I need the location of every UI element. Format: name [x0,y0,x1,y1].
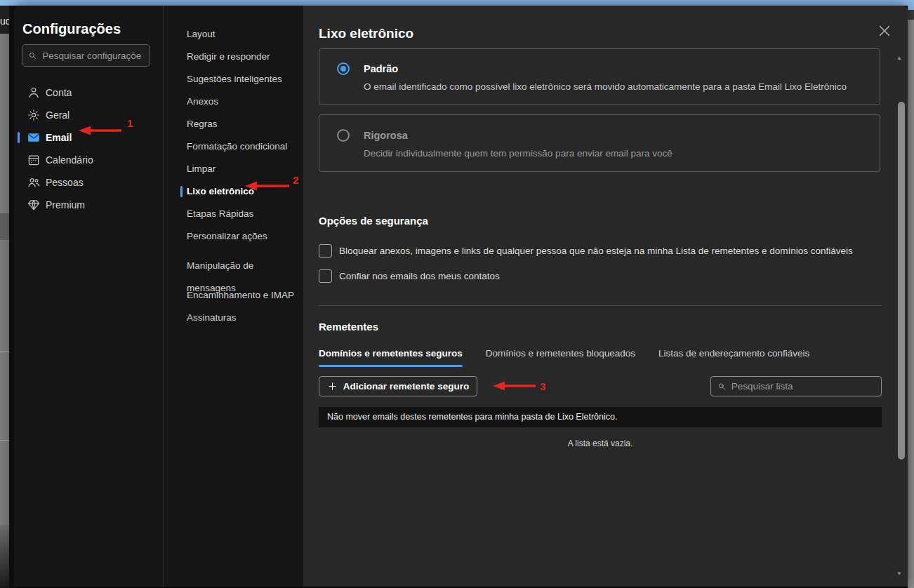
settings-category-list: Conta Geral Email [14,81,163,216]
subnav-item-sugestoes[interactable]: Sugestões inteligentes [164,68,304,91]
add-safe-sender-button[interactable]: Adicionar remetente seguro [319,376,477,396]
senders-note-banner: Não mover emails destes remetentes para … [319,407,882,427]
selected-indicator [18,132,20,143]
panel-scroll-down-icon[interactable]: ▼ [896,570,902,577]
annotation-arrow-2 [244,180,291,192]
checkbox-block-attachments[interactable] [319,244,332,258]
sidebar-item-geral[interactable]: Geral [14,104,163,126]
section-divider [319,305,882,306]
add-button-label: Adicionar remetente seguro [343,381,469,392]
background-clipped-text: ud [0,15,10,29]
panel-title: Lixo eletrônico [319,25,413,42]
subnav-item-layout[interactable]: Layout [164,23,304,46]
radio-rigorosa[interactable] [337,129,350,142]
annotation-arrow-3 [492,380,537,392]
subnav-item-anexos[interactable]: Anexos [164,91,304,113]
junk-email-panel: Lixo eletrônico Padrão O email identific… [303,6,908,587]
option-description: O email identificado como possível lixo … [364,81,847,92]
sidebar-item-label: Pessoas [46,177,84,188]
email-subnav-list: Layout Redigir e responder Sugestões int… [164,23,304,329]
sidebar-item-calendario[interactable]: Calendário [14,149,163,171]
sidebar-item-conta[interactable]: Conta [14,81,163,104]
tab-blocked-senders[interactable]: Domínios e remetentes bloqueados [486,348,635,367]
plus-icon [327,381,338,392]
option-name: Rigorosa [364,130,408,141]
subnav-item-personalizar[interactable]: Personalizar ações [164,225,304,248]
panel-scrollbar-thumb[interactable] [898,102,905,460]
close-icon [877,23,892,39]
background-row-divider [0,440,9,441]
subnav-item-assinaturas[interactable]: Assinaturas [164,307,304,329]
diamond-icon [27,198,41,212]
tab-trusted-lists[interactable]: Listas de endereçamento confiáveis [658,348,809,367]
sidebar-item-label: Calendário [46,154,93,166]
settings-search-box[interactable] [22,44,150,67]
senders-heading: Remetentes [319,321,378,333]
annotation-number-1: 1 [127,117,133,129]
empty-list-text: A lista está vazia. [319,439,882,448]
envelope-icon [27,131,41,145]
list-search-box[interactable] [710,376,882,396]
background-message-row [0,213,9,240]
list-search-input[interactable] [731,381,875,392]
settings-sidebar: Configurações Conta [14,6,163,587]
subnav-item-manipulacao[interactable]: Manipulação de mensagens [164,255,304,277]
option-card-rigorosa[interactable]: Rigorosa Decidir individualmente quem te… [319,114,880,172]
checkbox-row-trust-contacts: Confiar nos emails dos meus contatos [319,269,500,283]
backdrop-dim [9,6,14,588]
email-subnav: Layout Redigir e responder Sugestões int… [163,6,303,587]
annotation-number-2: 2 [293,174,298,186]
option-description: Decidir individualmente quem tem permiss… [364,148,673,159]
search-icon [28,51,37,61]
subnav-item-limpar[interactable]: Limpar [164,158,304,180]
sidebar-item-label: Premium [46,199,85,211]
subnav-item-formatacao[interactable]: Formatação condicional [164,135,304,158]
selected-indicator [180,186,183,197]
settings-dialog: Configurações Conta [14,6,908,587]
settings-search-input[interactable] [42,51,144,61]
checkbox-row-block-attachments: Bloquear anexos, imagens e links de qual… [319,243,853,258]
sidebar-item-label: Email [46,132,72,143]
person-icon [27,86,41,100]
checkbox-label: Confiar nos emails dos meus contatos [339,271,500,281]
background-message-list [0,34,9,525]
calendar-icon [27,153,41,167]
security-heading: Opções de segurança [319,215,428,227]
sidebar-item-label: Geral [46,109,69,121]
screen: ud Configurações Conta [0,0,914,588]
checkbox-label: Bloquear anexos, imagens e links de qual… [339,246,853,256]
checkbox-trust-contacts[interactable] [319,269,332,283]
background-fade [0,525,9,588]
close-button[interactable] [875,21,894,41]
panel-scroll-up-icon[interactable]: ▲ [896,55,902,61]
page-scrollbar[interactable] [908,20,914,588]
background-row-divider [0,351,9,352]
settings-title: Configurações [22,21,121,37]
sidebar-item-label: Conta [46,87,72,98]
senders-tabs: Domínios e remetentes seguros Domínios e… [319,348,809,367]
search-icon [717,382,727,392]
annotation-arrow-1 [78,125,123,136]
annotation-number-3: 3 [540,380,545,392]
gear-icon [27,108,41,122]
page-scrollbar-top [908,10,914,20]
subnav-item-redigir[interactable]: Redigir e responder [164,46,304,68]
subnav-item-encaminhamento[interactable]: Encaminhamento e IMAP [164,284,304,307]
sidebar-item-pessoas[interactable]: Pessoas [14,171,163,194]
people-icon [27,175,41,189]
option-card-padrao[interactable]: Padrão O email identificado como possíve… [319,48,880,105]
tab-safe-senders[interactable]: Domínios e remetentes seguros [319,348,463,367]
option-name: Padrão [364,63,398,74]
radio-padrao[interactable] [337,62,350,75]
browser-top-bar [0,0,914,6]
subnav-item-etapas[interactable]: Etapas Rápidas [164,203,304,225]
subnav-item-regras[interactable]: Regras [164,113,304,135]
sidebar-item-premium[interactable]: Premium [14,194,163,216]
